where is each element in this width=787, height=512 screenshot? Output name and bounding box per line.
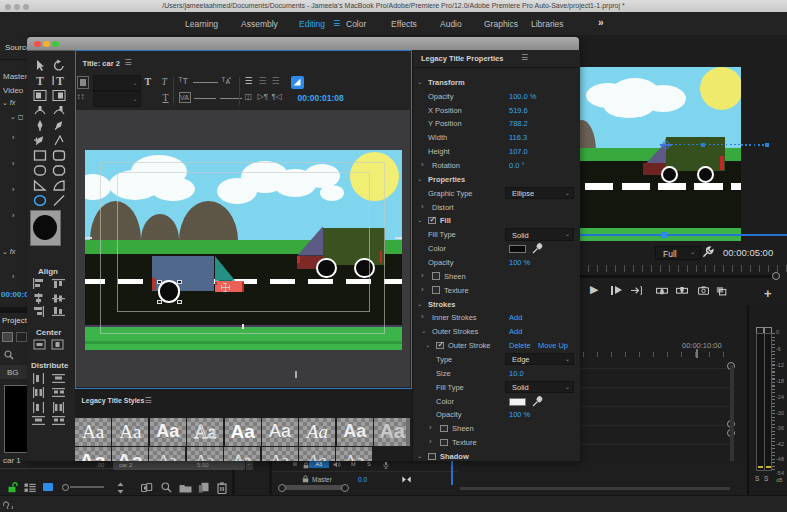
svg-text:T: T — [56, 74, 64, 87]
svg-text:T: T — [36, 74, 44, 87]
